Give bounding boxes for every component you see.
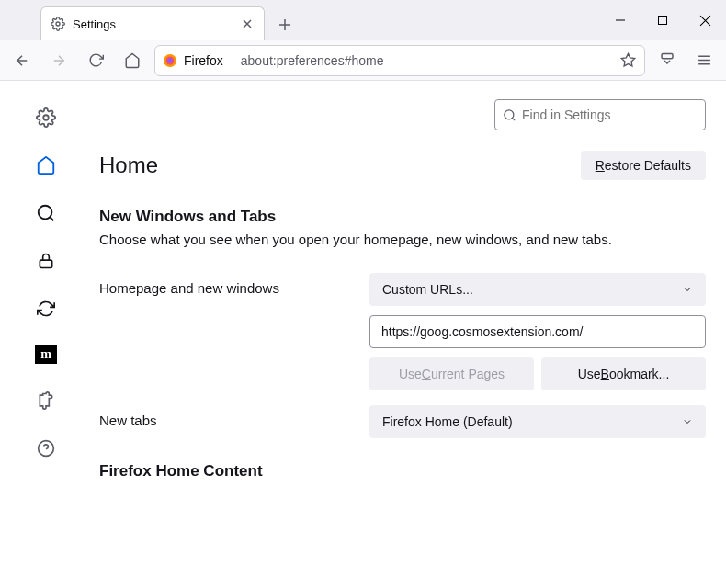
newtabs-value: Firefox Home (Default) [382,414,513,429]
find-in-settings-input[interactable] [522,107,698,122]
section-new-windows-desc: Choose what you see when you open your h… [99,232,706,247]
chevron-down-icon [682,284,693,295]
svg-rect-1 [659,17,667,25]
homepage-label: Homepage and new windows [99,273,369,296]
sidebar-privacy-icon[interactable] [35,250,57,272]
sidebar-help-icon[interactable] [35,437,57,459]
firefox-logo-icon [163,53,177,68]
home-nav-button[interactable] [118,46,147,75]
sidebar-more-icon[interactable]: m [35,345,57,364]
sidebar: m [0,81,92,588]
url-bar[interactable]: Firefox about:preferences#home [154,45,645,76]
newtabs-label: New tabs [99,405,369,428]
homepage-url-input[interactable] [369,315,706,348]
urlbar-identity: Firefox [184,53,223,68]
use-current-pages-button[interactable]: Use Current Pages [369,357,534,390]
homepage-mode-value: Custom URLs... [382,282,473,297]
back-button[interactable] [7,46,37,75]
svg-marker-5 [621,53,634,65]
titlebar: Settings [0,0,726,40]
gear-icon [51,17,65,31]
section-new-windows-title: New Windows and Tabs [99,208,706,226]
window-controls [599,0,726,40]
homepage-mode-select[interactable]: Custom URLs... [369,273,706,306]
search-icon [503,108,516,122]
svg-point-6 [43,115,49,120]
sidebar-general-icon[interactable] [35,107,57,129]
find-in-settings[interactable] [494,99,706,130]
close-window-button[interactable] [684,0,726,40]
newtabs-select[interactable]: Firefox Home (Default) [369,405,706,438]
svg-rect-8 [40,260,51,267]
section-home-content-title: Firefox Home Content [99,462,706,481]
content: m Home Restore Defaults New Windows and … [0,81,726,588]
page-title: Home [99,153,158,178]
forward-button[interactable] [44,46,74,75]
bookmark-star-icon[interactable] [620,52,637,68]
pocket-button[interactable] [652,46,682,75]
svg-point-0 [56,22,60,26]
sidebar-sync-icon[interactable] [35,298,57,320]
tab-title: Settings [73,17,240,31]
tab-settings[interactable]: Settings [40,6,265,40]
use-bookmark-button[interactable]: Use Bookmark... [541,357,706,390]
urlbar-url: about:preferences#home [241,53,617,68]
new-tab-button[interactable] [272,12,298,38]
restore-defaults-button[interactable]: Restore Defaults [581,151,706,180]
app-menu-button[interactable] [689,46,719,75]
svg-point-4 [167,58,173,63]
reload-button[interactable] [81,46,110,75]
urlbar-separator [233,52,233,69]
sidebar-extensions-icon[interactable] [35,390,57,412]
minimize-button[interactable] [599,0,641,40]
svg-point-10 [505,109,514,119]
sidebar-search-icon[interactable] [35,202,57,224]
close-tab-icon[interactable] [240,17,255,31]
svg-point-7 [39,206,52,220]
main-panel: Home Restore Defaults New Windows and Ta… [92,81,726,588]
maximize-button[interactable] [641,0,684,40]
navbar: Firefox about:preferences#home [0,40,726,81]
sidebar-home-icon[interactable] [35,154,57,176]
chevron-down-icon [682,416,693,427]
